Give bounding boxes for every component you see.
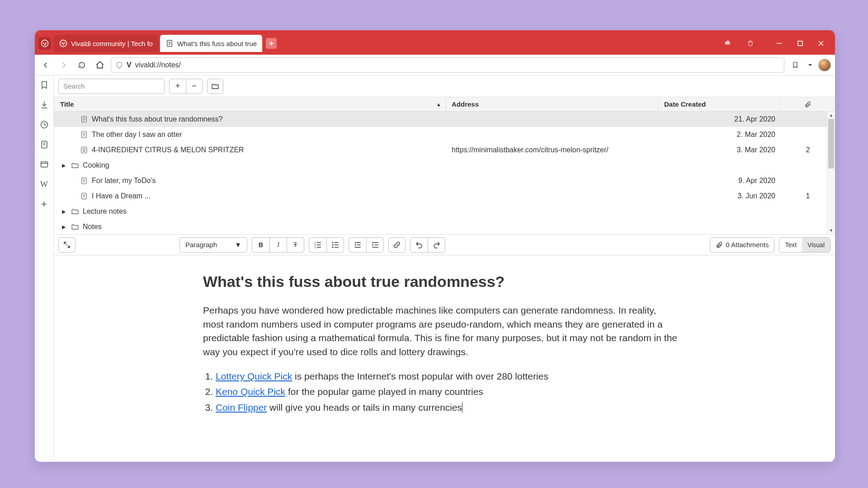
insert-link-button[interactable] — [388, 237, 406, 253]
profile-avatar[interactable] — [818, 58, 831, 72]
indent-group — [349, 237, 384, 253]
main-content: W + Search + − Title ▲ — [35, 75, 835, 460]
url-field[interactable]: V vivaldi://notes/ — [111, 57, 784, 73]
column-title[interactable]: Title ▲ — [54, 97, 446, 111]
expand-editor-button[interactable] — [58, 237, 75, 253]
search-input[interactable]: Search — [58, 79, 165, 94]
minimize-button[interactable] — [769, 33, 790, 54]
undo-redo-group — [410, 237, 445, 253]
cloud-sync-icon[interactable] — [717, 33, 738, 54]
note-row[interactable]: ▶Cooking — [54, 158, 835, 173]
shield-icon — [116, 61, 123, 69]
scrollbar-thumb[interactable] — [828, 119, 834, 169]
note-list: What's this fuss about true randomness?2… — [54, 112, 835, 235]
attachment-icon — [804, 101, 811, 108]
bookmarks-panel-icon[interactable] — [39, 80, 49, 90]
svg-text:3: 3 — [315, 246, 316, 249]
outdent-button[interactable] — [349, 238, 366, 252]
trash-icon[interactable] — [740, 33, 761, 54]
scroll-up-icon[interactable]: ▲ — [827, 112, 835, 119]
note-date: 9. Apr 2020 — [659, 177, 781, 185]
scroll-down-icon[interactable]: ▼ — [827, 227, 835, 234]
note-title-text: The other day I saw an otter — [92, 131, 182, 139]
strikethrough-button[interactable]: T — [287, 238, 304, 252]
history-panel-icon[interactable] — [39, 120, 49, 130]
note-link[interactable]: Keno Quick Pick — [216, 386, 285, 397]
note-row[interactable]: ▶Notes — [54, 219, 835, 235]
notes-panel-icon[interactable] — [39, 140, 49, 150]
home-button[interactable] — [93, 58, 107, 72]
column-attachments[interactable] — [781, 97, 835, 111]
svg-rect-25 — [81, 147, 87, 153]
note-row[interactable]: ▶Lecture notes — [54, 204, 835, 219]
svg-point-2 — [60, 40, 66, 47]
bold-button[interactable]: B — [252, 238, 269, 252]
note-row[interactable]: For later, my ToDo's9. Apr 2020 — [54, 173, 835, 188]
note-icon — [80, 192, 88, 200]
remove-note-button[interactable]: − — [186, 79, 202, 94]
window-panel-icon[interactable] — [39, 160, 49, 169]
maximize-button[interactable] — [790, 33, 811, 54]
list-item: Coin Flipper will give you heads or tail… — [216, 401, 808, 414]
url-text: vivaldi://notes/ — [135, 61, 181, 69]
reload-button[interactable] — [75, 58, 89, 72]
undo-button[interactable] — [410, 238, 428, 252]
paragraph-style-select[interactable]: Paragraph ▼ — [179, 237, 247, 253]
add-note-button[interactable]: + — [170, 79, 186, 94]
tab-vivaldi-community[interactable]: Vivaldi community | Tech fo — [54, 35, 158, 52]
v-badge-icon: V — [127, 61, 132, 69]
note-link[interactable]: Coin Flipper — [216, 402, 267, 413]
address-bar: V vivaldi://notes/ — [35, 55, 835, 75]
title-bar: Vivaldi community | Tech fo What's this … — [35, 32, 835, 55]
expand-icon[interactable]: ▶ — [62, 163, 67, 169]
note-row[interactable]: 4-INGREDIENT CITRUS & MELON SPRITZERhttp… — [54, 142, 835, 158]
editor-body[interactable]: What's this fuss about true randomness? … — [54, 255, 835, 460]
tab-notes-active[interactable]: What's this fuss about true — [160, 35, 262, 52]
vivaldi-logo[interactable] — [38, 37, 51, 50]
note-row[interactable]: I Have a Dream ...3. Jun 20201 — [54, 188, 835, 204]
column-date[interactable]: Date Created — [659, 97, 781, 111]
note-title-text: What's this fuss about true randomness? — [92, 115, 222, 123]
note-link[interactable]: Lottery Quick Pick — [216, 371, 292, 381]
text-mode-button[interactable]: Text — [779, 238, 802, 252]
folder-icon — [71, 207, 79, 216]
wikipedia-panel-icon[interactable]: W — [39, 179, 49, 189]
expand-icon[interactable]: ▶ — [62, 224, 67, 230]
note-icon — [165, 39, 174, 47]
new-tab-button[interactable]: + — [266, 38, 277, 49]
attachments-button[interactable]: 0 Attachments — [710, 237, 774, 253]
note-title-text: I Have a Dream ... — [92, 192, 151, 200]
note-row[interactable]: What's this fuss about true randomness?2… — [54, 112, 835, 127]
downloads-panel-icon[interactable] — [39, 100, 49, 110]
svg-point-26 — [83, 148, 85, 150]
new-folder-button[interactable] — [207, 79, 223, 94]
note-icon — [80, 115, 88, 123]
add-panel-button[interactable]: + — [39, 199, 49, 209]
indent-button[interactable] — [366, 238, 383, 252]
unordered-list-button[interactable] — [326, 238, 344, 252]
bookmark-button[interactable] — [788, 58, 802, 72]
web-note-icon — [80, 146, 88, 154]
note-title-text: Notes — [83, 223, 102, 231]
back-button[interactable] — [38, 58, 53, 72]
scrollbar[interactable]: ▲ ▼ — [827, 112, 835, 234]
bookmark-dropdown-icon[interactable] — [806, 58, 814, 72]
redo-button[interactable] — [428, 238, 445, 252]
italic-button[interactable]: I — [269, 238, 287, 252]
notes-toolbar: Search + − — [54, 75, 835, 97]
attachment-icon — [716, 241, 723, 249]
note-row[interactable]: The other day I saw an otter2. Mar 2020 — [54, 127, 835, 142]
column-address[interactable]: Address — [446, 97, 659, 111]
forward-button[interactable] — [57, 58, 71, 72]
note-title-text: For later, my ToDo's — [92, 177, 156, 185]
ordered-list-button[interactable]: 123 — [309, 238, 326, 252]
note-title: What's this fuss about true randomness? — [203, 271, 808, 293]
close-button[interactable] — [811, 33, 831, 54]
folder-icon — [71, 223, 79, 231]
expand-icon[interactable]: ▶ — [62, 209, 67, 215]
svg-point-44 — [332, 246, 333, 248]
note-title-text: Lecture notes — [83, 207, 127, 216]
visual-mode-button[interactable]: Visual — [802, 238, 830, 252]
list-item: Keno Quick Pick for the popular game pla… — [216, 385, 808, 399]
note-date: 21. Apr 2020 — [659, 115, 781, 123]
